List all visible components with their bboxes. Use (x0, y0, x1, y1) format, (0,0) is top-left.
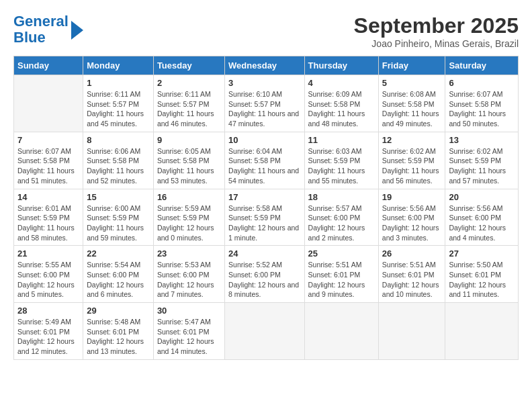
day-info: Sunrise: 6:02 AMSunset: 5:59 PMDaylight:… (382, 146, 442, 186)
day-number: 12 (382, 135, 442, 145)
day-number: 27 (449, 248, 515, 259)
day-number: 6 (449, 78, 515, 88)
day-info: Sunrise: 5:55 AMSunset: 6:00 PMDaylight:… (17, 260, 79, 300)
calendar-cell: 21Sunrise: 5:55 AMSunset: 6:00 PMDayligh… (14, 246, 83, 303)
calendar-cell: 9Sunrise: 6:05 AMSunset: 5:58 PMDaylight… (153, 132, 224, 189)
day-info: Sunrise: 5:57 AMSunset: 6:00 PMDaylight:… (308, 203, 375, 243)
title-block: September 2025 Joao Pinheiro, Minas Gera… (354, 13, 519, 49)
calendar-cell: 29Sunrise: 5:48 AMSunset: 6:01 PMDayligh… (83, 303, 154, 360)
calendar-cell: 19Sunrise: 5:56 AMSunset: 6:00 PMDayligh… (378, 189, 445, 246)
day-number: 18 (308, 192, 375, 202)
calendar-table: SundayMondayTuesdayWednesdayThursdayFrid… (13, 56, 519, 360)
calendar-cell: 15Sunrise: 6:00 AMSunset: 5:59 PMDayligh… (83, 189, 154, 246)
day-number: 8 (87, 135, 150, 145)
day-info: Sunrise: 5:47 AMSunset: 6:01 PMDaylight:… (157, 317, 221, 357)
logo: GeneralBlue (13, 13, 83, 46)
page-subtitle: Joao Pinheiro, Minas Gerais, Brazil (354, 38, 519, 49)
day-number: 5 (382, 78, 442, 88)
calendar-cell: 11Sunrise: 6:03 AMSunset: 5:59 PMDayligh… (304, 132, 378, 189)
day-number: 11 (308, 135, 375, 145)
calendar-week-row: 7Sunrise: 6:07 AMSunset: 5:58 PMDaylight… (14, 132, 519, 189)
calendar-header-wednesday: Wednesday (225, 56, 304, 75)
day-number: 19 (382, 192, 442, 202)
calendar-header-friday: Friday (378, 56, 445, 75)
day-number: 25 (308, 248, 375, 259)
day-info: Sunrise: 5:58 AMSunset: 5:59 PMDaylight:… (228, 203, 300, 243)
day-info: Sunrise: 6:00 AMSunset: 5:59 PMDaylight:… (87, 203, 150, 243)
day-number: 20 (449, 192, 515, 202)
day-info: Sunrise: 5:56 AMSunset: 6:00 PMDaylight:… (382, 203, 442, 243)
day-info: Sunrise: 5:48 AMSunset: 6:01 PMDaylight:… (87, 317, 150, 357)
calendar-cell: 5Sunrise: 6:08 AMSunset: 5:58 PMDaylight… (378, 75, 445, 132)
calendar-cell: 18Sunrise: 5:57 AMSunset: 6:00 PMDayligh… (304, 189, 378, 246)
calendar-cell: 30Sunrise: 5:47 AMSunset: 6:01 PMDayligh… (153, 303, 224, 360)
day-number: 17 (228, 192, 300, 202)
day-number: 29 (87, 306, 150, 316)
calendar-cell: 14Sunrise: 6:01 AMSunset: 5:59 PMDayligh… (14, 189, 83, 246)
day-number: 13 (449, 135, 515, 145)
day-number: 14 (17, 192, 79, 202)
calendar-cell: 6Sunrise: 6:07 AMSunset: 5:58 PMDaylight… (445, 75, 519, 132)
day-info: Sunrise: 5:49 AMSunset: 6:01 PMDaylight:… (17, 317, 79, 357)
day-info: Sunrise: 6:06 AMSunset: 5:58 PMDaylight:… (87, 146, 150, 186)
day-number: 9 (157, 135, 221, 145)
calendar-cell (445, 303, 519, 360)
day-info: Sunrise: 6:08 AMSunset: 5:58 PMDaylight:… (382, 89, 442, 129)
day-number: 10 (228, 135, 300, 145)
calendar-cell: 7Sunrise: 6:07 AMSunset: 5:58 PMDaylight… (14, 132, 83, 189)
day-number: 23 (157, 248, 221, 259)
calendar-header-tuesday: Tuesday (153, 56, 224, 75)
day-info: Sunrise: 6:05 AMSunset: 5:58 PMDaylight:… (157, 146, 221, 186)
day-number: 2 (157, 78, 221, 88)
calendar-cell: 20Sunrise: 5:56 AMSunset: 6:00 PMDayligh… (445, 189, 519, 246)
calendar-cell: 17Sunrise: 5:58 AMSunset: 5:59 PMDayligh… (225, 189, 304, 246)
day-info: Sunrise: 5:54 AMSunset: 6:00 PMDaylight:… (87, 260, 150, 300)
logo-text: GeneralBlue (13, 13, 69, 46)
calendar-header-sunday: Sunday (14, 56, 83, 75)
calendar-cell (14, 75, 83, 132)
day-info: Sunrise: 6:04 AMSunset: 5:58 PMDaylight:… (228, 146, 300, 186)
calendar-cell (225, 303, 304, 360)
day-number: 21 (17, 248, 79, 259)
day-info: Sunrise: 6:07 AMSunset: 5:58 PMDaylight:… (17, 146, 79, 186)
calendar-cell (378, 303, 445, 360)
day-info: Sunrise: 6:07 AMSunset: 5:58 PMDaylight:… (449, 89, 515, 129)
calendar-cell: 13Sunrise: 6:02 AMSunset: 5:59 PMDayligh… (445, 132, 519, 189)
calendar-cell: 28Sunrise: 5:49 AMSunset: 6:01 PMDayligh… (14, 303, 83, 360)
day-number: 16 (157, 192, 221, 202)
day-info: Sunrise: 6:11 AMSunset: 5:57 PMDaylight:… (87, 89, 150, 129)
day-number: 24 (228, 248, 300, 259)
calendar-cell: 8Sunrise: 6:06 AMSunset: 5:58 PMDaylight… (83, 132, 154, 189)
day-info: Sunrise: 6:03 AMSunset: 5:59 PMDaylight:… (308, 146, 375, 186)
day-info: Sunrise: 6:01 AMSunset: 5:59 PMDaylight:… (17, 203, 79, 243)
day-info: Sunrise: 5:53 AMSunset: 6:00 PMDaylight:… (157, 260, 221, 300)
calendar-cell: 25Sunrise: 5:51 AMSunset: 6:01 PMDayligh… (304, 246, 378, 303)
calendar-header-thursday: Thursday (304, 56, 378, 75)
calendar-week-row: 1Sunrise: 6:11 AMSunset: 5:57 PMDaylight… (14, 75, 519, 132)
day-number: 26 (382, 248, 442, 259)
day-number: 15 (87, 192, 150, 202)
day-info: Sunrise: 6:02 AMSunset: 5:59 PMDaylight:… (449, 146, 515, 186)
day-info: Sunrise: 6:10 AMSunset: 5:57 PMDaylight:… (228, 89, 300, 129)
day-number: 7 (17, 135, 79, 145)
page-title: September 2025 (354, 13, 519, 38)
calendar-cell: 27Sunrise: 5:50 AMSunset: 6:01 PMDayligh… (445, 246, 519, 303)
calendar-cell: 4Sunrise: 6:09 AMSunset: 5:58 PMDaylight… (304, 75, 378, 132)
calendar-cell (304, 303, 378, 360)
day-info: Sunrise: 5:59 AMSunset: 5:59 PMDaylight:… (157, 203, 221, 243)
day-info: Sunrise: 6:09 AMSunset: 5:58 PMDaylight:… (308, 89, 375, 129)
calendar-header-row: SundayMondayTuesdayWednesdayThursdayFrid… (14, 56, 519, 75)
calendar-cell: 23Sunrise: 5:53 AMSunset: 6:00 PMDayligh… (153, 246, 224, 303)
day-info: Sunrise: 5:50 AMSunset: 6:01 PMDaylight:… (449, 260, 515, 300)
logo-arrow-icon (71, 21, 83, 40)
calendar-cell: 16Sunrise: 5:59 AMSunset: 5:59 PMDayligh… (153, 189, 224, 246)
calendar-week-row: 28Sunrise: 5:49 AMSunset: 6:01 PMDayligh… (14, 303, 519, 360)
day-info: Sunrise: 5:51 AMSunset: 6:01 PMDaylight:… (308, 260, 375, 300)
day-number: 3 (228, 78, 300, 88)
calendar-cell: 12Sunrise: 6:02 AMSunset: 5:59 PMDayligh… (378, 132, 445, 189)
day-info: Sunrise: 5:51 AMSunset: 6:01 PMDaylight:… (382, 260, 442, 300)
day-number: 4 (308, 78, 375, 88)
day-number: 1 (87, 78, 150, 88)
calendar-cell: 22Sunrise: 5:54 AMSunset: 6:00 PMDayligh… (83, 246, 154, 303)
calendar-cell: 10Sunrise: 6:04 AMSunset: 5:58 PMDayligh… (225, 132, 304, 189)
